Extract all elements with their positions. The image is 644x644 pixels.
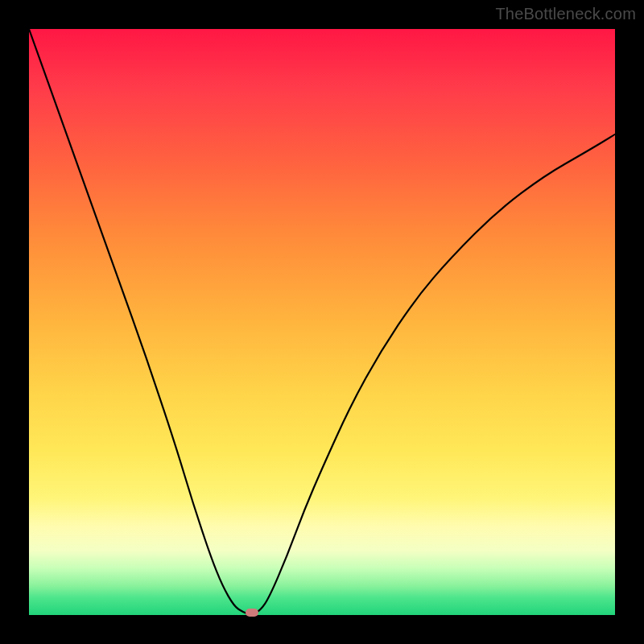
chart-container: TheBottleneck.com <box>0 0 644 644</box>
watermark-text: TheBottleneck.com <box>495 5 636 23</box>
optimal-point-marker <box>246 609 258 617</box>
bottleneck-curve <box>29 29 615 615</box>
plot-area <box>29 29 615 615</box>
